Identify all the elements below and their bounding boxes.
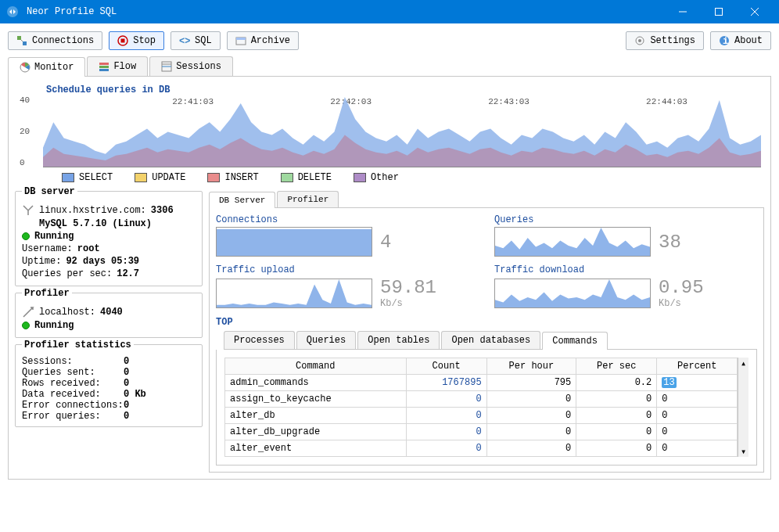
db-server-box: DB server linux.hxstrive.com: 3306 MySQL… [15,191,203,286]
archive-icon [235,35,246,46]
col-per-hour[interactable]: Per hour [486,358,576,375]
sql-icon: <> [179,35,190,46]
profiler-box: Profiler localhost: 4040 Running [15,293,203,338]
commands-table: CommandCountPer hourPer secPercent admin… [224,358,738,457]
titlebar: Neor Profile SQL [0,0,779,23]
settings-button[interactable]: Settings [626,31,704,50]
svg-line-7 [21,40,23,41]
archive-label: Archive [251,35,290,46]
svg-text:<>: <> [179,36,190,46]
svg-rect-18 [99,63,109,65]
svg-rect-5 [17,36,21,40]
archive-button[interactable]: Archive [227,31,299,50]
table-scrollbar[interactable]: ▴ ▾ [738,358,748,457]
profiler-stats-box: Profiler statistics Sessions:0Queries se… [15,344,203,427]
svg-point-14 [638,39,641,42]
col-count[interactable]: Count [406,358,486,375]
stop-label: Stop [133,35,156,46]
svg-point-0 [7,6,18,17]
svg-rect-24 [217,229,372,256]
table-row[interactable]: alter_db_upgrade0000 [225,424,738,440]
maximize-button[interactable] [701,0,737,23]
metric-download: Traffic download 0.95Kb/s [494,264,757,309]
app-icon [6,5,19,18]
toptab-open-tables[interactable]: Open tables [357,331,440,349]
stop-button[interactable]: Stop [109,31,164,50]
svg-rect-19 [99,66,109,68]
main-tabs: Monitor Flow Sessions [8,56,771,77]
tab-sessions[interactable]: Sessions [149,56,233,76]
col-per-sec[interactable]: Per sec [576,358,657,375]
schedule-chart: 40 20 0 22:41:03 22:42:03 22:43:03 22:44… [43,97,761,167]
col-command[interactable]: Command [225,358,407,375]
metric-upload: Traffic upload 59.81Kb/s [216,264,479,309]
top-label: TOP [216,317,757,328]
svg-text:i: i [723,36,728,46]
monitor-icon [20,62,31,73]
monitor-panel: Schedule queries in DB 40 20 0 22:41:03 … [8,77,771,480]
toptab-queries[interactable]: Queries [296,331,356,349]
connections-button[interactable]: Connections [8,31,102,50]
svg-rect-6 [23,41,27,45]
sql-button[interactable]: <> SQL [171,31,221,50]
db-icon [22,204,34,217]
minimize-button[interactable] [665,0,701,23]
table-row[interactable]: alter_event0000 [225,440,738,457]
sessions-icon [161,61,172,72]
right-subtabs: DB Server Profiler [209,191,764,208]
table-row[interactable]: admin_commands17678957950.213 [225,375,738,391]
subtab-dbserver[interactable]: DB Server [209,192,275,208]
window-title: Neor Profile SQL [23,6,665,17]
status-dot [22,232,30,240]
close-button[interactable] [737,0,773,23]
flow-icon [99,61,109,72]
tab-monitor[interactable]: Monitor [8,57,85,77]
profiler-icon [22,306,34,318]
table-row[interactable]: alter_db0000 [225,408,738,424]
info-icon: i [719,35,730,46]
connections-icon [16,35,27,46]
gear-icon [634,35,645,46]
toptab-open-databases[interactable]: Open databases [441,331,540,349]
table-row[interactable]: assign_to_keycache0000 [225,391,738,408]
svg-rect-9 [121,39,125,43]
toptab-commands[interactable]: Commands [542,332,608,350]
connections-label: Connections [32,35,94,46]
metric-connections: Connections 4 [216,214,479,257]
top-tabs: ProcessesQueriesOpen tablesOpen database… [224,331,757,350]
tab-flow[interactable]: Flow [87,56,148,76]
subtab-profiler[interactable]: Profiler [277,191,339,207]
chart-legend: SELECT UPDATE INSERT DELETE Other [15,167,764,185]
col-percent[interactable]: Percent [657,358,738,375]
svg-rect-12 [236,38,246,40]
schedule-title: Schedule queries in DB [46,84,764,95]
toptab-processes[interactable]: Processes [224,331,295,349]
metric-queries: Queries 38 [494,214,757,257]
dbserver-subpanel: Connections 4 Queries 38 [209,208,764,473]
svg-rect-20 [99,69,109,71]
sql-label: SQL [195,35,212,46]
svg-rect-2 [716,9,723,16]
about-button[interactable]: i About [710,31,771,50]
top-table-wrap: CommandCountPer hourPer secPercent admin… [216,350,757,466]
about-label: About [734,35,763,46]
settings-label: Settings [650,35,695,46]
stop-icon [117,35,128,46]
main-toolbar: Connections Stop <> SQL Archive Settings… [8,31,771,50]
status-dot [22,322,30,329]
